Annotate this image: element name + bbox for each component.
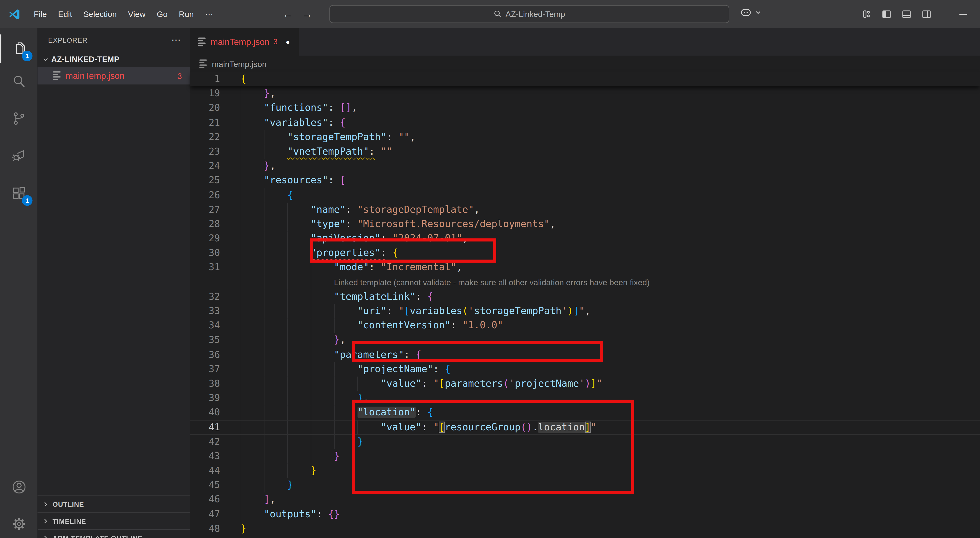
activity-account[interactable]: [0, 472, 38, 501]
line-number: 34: [190, 319, 220, 333]
activity-search[interactable]: [0, 67, 38, 96]
breadcrumb-file: mainTemp.json: [212, 59, 267, 69]
code-line-39[interactable]: 39 },: [190, 391, 980, 405]
code-line-34[interactable]: 34 "contentVersion": "1.0.0": [190, 319, 980, 333]
line-content: }: [241, 522, 247, 536]
menu-go[interactable]: Go: [151, 7, 173, 21]
activity-explorer[interactable]: 1: [0, 34, 38, 63]
code-line-32[interactable]: 32 "templateLink": {: [190, 289, 980, 304]
debug-icon: [11, 147, 27, 163]
section-timeline[interactable]: TIMELINE: [38, 512, 190, 529]
breadcrumb[interactable]: mainTemp.json: [190, 56, 980, 72]
tab-maintemp-json[interactable]: mainTemp.json 3 ●: [190, 28, 299, 56]
code-line-29[interactable]: 29 "apiVersion": "2024-07-01",: [190, 231, 980, 246]
code-line-27[interactable]: 27 "name": "storageDepTemplate",: [190, 203, 980, 217]
sticky-scroll-line[interactable]: 1{: [190, 72, 980, 86]
toggle-secondary-sidebar-icon[interactable]: [921, 9, 932, 19]
code-line-41[interactable]: 41 "value": "[resourceGroup().location]": [190, 420, 980, 434]
section-arm-template-outline-label: ARM TEMPLATE OUTLINE: [52, 534, 143, 538]
code-line-26[interactable]: 26 {: [190, 188, 980, 203]
chevron-down-icon: [754, 8, 762, 16]
menu-more-icon[interactable]: ⋯: [199, 7, 219, 21]
code-line-45[interactable]: 45 }: [190, 478, 980, 493]
line-number: 40: [190, 405, 220, 420]
code-line-36[interactable]: 36 "parameters": {: [190, 348, 980, 362]
line-content: }: [241, 464, 317, 478]
code-line-19[interactable]: 19 },: [190, 86, 980, 101]
section-arm-template-outline[interactable]: ARM TEMPLATE OUTLINE: [38, 529, 190, 538]
code-line-25[interactable]: 25 "resources": [: [190, 174, 980, 188]
copilot-icon: [739, 6, 752, 19]
code-line-30[interactable]: 30 "properties": {: [190, 246, 980, 261]
line-number: 20: [190, 101, 220, 116]
back-arrow-icon[interactable]: ←: [283, 8, 293, 21]
line-number: 29: [190, 231, 220, 246]
menu-edit[interactable]: Edit: [52, 7, 78, 21]
code-line-48[interactable]: 48}: [190, 522, 980, 536]
sidebar-title: EXPLORER: [48, 36, 88, 44]
code-line-43[interactable]: 43 }: [190, 449, 980, 464]
vscode-logo-icon: [8, 8, 21, 21]
dirty-dot-icon[interactable]: ●: [286, 38, 290, 46]
forward-arrow-icon[interactable]: →: [302, 8, 313, 21]
code-line-47[interactable]: 47 "outputs": {}: [190, 507, 980, 522]
command-center-search[interactable]: AZ-Linked-Temp: [329, 5, 729, 23]
code-line-38[interactable]: 38 "value": "[parameters('projectName')]…: [190, 377, 980, 391]
activity-run-debug[interactable]: [0, 141, 38, 170]
code-lines: 19 },20 "functions": [],21 "variables": …: [190, 86, 980, 536]
code-line-22[interactable]: 22 "storageTempPath": "",: [190, 130, 980, 144]
line-number: 48: [190, 522, 220, 536]
code-line-33[interactable]: 33 "uri": "[variables('storageTempPath')…: [190, 304, 980, 319]
menu-file[interactable]: File: [28, 7, 52, 21]
line-number: 25: [190, 174, 220, 188]
activity-extensions[interactable]: 1: [0, 179, 38, 208]
line-content: "projectName": {: [241, 362, 450, 377]
line-number: 21: [190, 116, 220, 130]
minimize-icon[interactable]: [959, 10, 967, 19]
line-content: "templateLink": {: [241, 289, 433, 304]
code-line-1[interactable]: 1{: [190, 72, 980, 86]
copilot-menu[interactable]: [739, 6, 762, 19]
line-content: "parameters": {: [241, 348, 422, 362]
toggle-primary-sidebar-icon[interactable]: [881, 9, 892, 19]
activity-bar: 1 1: [0, 28, 38, 538]
menu-run[interactable]: Run: [173, 7, 199, 21]
code-line-46[interactable]: 46 ],: [190, 492, 980, 507]
folder-row-az-linked-temp[interactable]: AZ-LINKED-TEMP: [38, 52, 190, 67]
line-number: 45: [190, 478, 220, 493]
line-content: "properties": {: [241, 246, 398, 261]
line-number: 31: [190, 260, 220, 275]
inline-hint-line[interactable]: Linked template (cannot validate - make …: [190, 275, 980, 289]
line-number: 47: [190, 507, 220, 522]
activity-source-control[interactable]: [0, 104, 38, 133]
menu-selection[interactable]: Selection: [78, 7, 123, 21]
code-line-42[interactable]: 42 }: [190, 434, 980, 449]
activity-settings[interactable]: [0, 509, 38, 538]
code-line-44[interactable]: 44 }: [190, 464, 980, 478]
customize-layout-icon[interactable]: [861, 9, 872, 19]
code-line-24[interactable]: 24 },: [190, 159, 980, 174]
line-content: }: [241, 478, 293, 493]
explorer-more-actions-icon[interactable]: ⋯: [171, 34, 181, 46]
folder-name: AZ-LINKED-TEMP: [51, 55, 119, 64]
account-icon: [11, 479, 27, 495]
code-line-35[interactable]: 35 },: [190, 333, 980, 348]
code-line-31[interactable]: 31 "mode": "Incremental",: [190, 260, 980, 275]
menu-view[interactable]: View: [123, 7, 151, 21]
line-number: 24: [190, 159, 220, 174]
line-content: },: [241, 86, 276, 101]
code-line-23[interactable]: 23 "vnetTempPath": "": [190, 144, 980, 159]
section-outline[interactable]: OUTLINE: [38, 495, 190, 512]
file-row-maintemp-json[interactable]: mainTemp.json 3: [38, 67, 190, 85]
code-line-21[interactable]: 21 "variables": {: [190, 116, 980, 130]
explorer-badge: 1: [22, 51, 33, 61]
search-icon: [11, 73, 27, 89]
toggle-panel-icon[interactable]: [901, 9, 912, 19]
line-content: "functions": [],: [241, 101, 357, 116]
code-line-20[interactable]: 20 "functions": [],: [190, 101, 980, 116]
code-line-40[interactable]: 40 "location": {: [190, 405, 980, 420]
code-line-28[interactable]: 28 "type": "Microsoft.Resources/deployme…: [190, 217, 980, 231]
code-line-37[interactable]: 37 "projectName": {: [190, 362, 980, 377]
chevron-right-icon: [42, 534, 49, 538]
line-content: },: [241, 333, 346, 348]
